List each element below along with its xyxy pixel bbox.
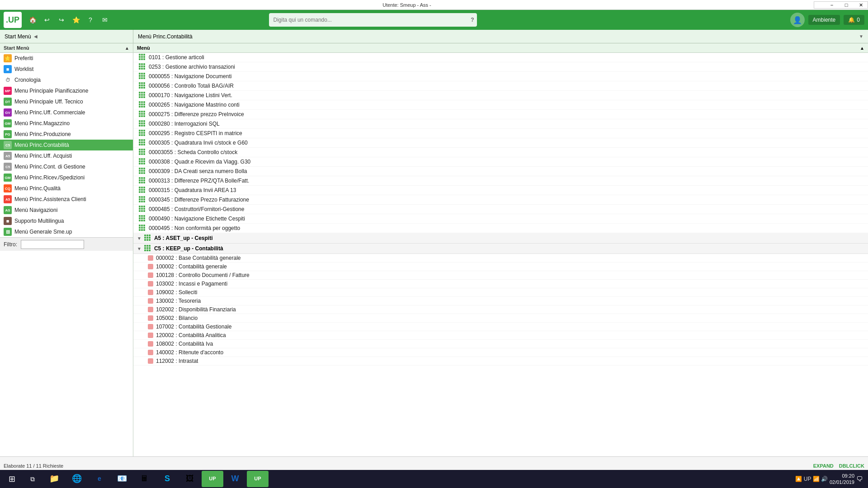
left-menu-item-15[interactable]: ■Supporto Multilingua [0,216,133,226]
right-menu-item-0[interactable]: 0101 : Gestione articoli [133,53,868,62]
taskbar-edge[interactable]: 🌐 [66,471,88,487]
right-sub-item-32[interactable]: 140002 : Ritenute d'acconto [133,348,868,357]
sub-item-dot-30 [148,333,153,338]
left-item-label-11: Menù Princ.Ricev./Spedizioni [14,174,85,181]
undo-icon[interactable]: ↩ [41,14,53,26]
right-sub-item-28[interactable]: 105002 : Bilancio [133,314,868,323]
right-section-header-20[interactable]: ▼C5 : KEEP_up - Contabilità [133,244,868,254]
right-menu-item-17[interactable]: 0000490 : Navigazione Etichette Cespiti [133,214,868,224]
left-menu-item-8[interactable]: C5Menù Princ.Contabilità [0,140,133,150]
close-button[interactable]: ✕ [854,0,868,10]
right-sub-item-27[interactable]: 102002 : Disponibilità Finanziaria [133,305,868,314]
left-sort-arrow[interactable]: ▲ [125,46,129,51]
left-menu-item-14[interactable]: ASMenù Navigazioni [0,205,133,216]
right-item-label-7: 0000280 : Interrogazioni SQL [149,121,220,127]
logo[interactable]: .UP [4,12,22,28]
notification-center-icon[interactable]: 🗨 [856,475,863,483]
ambiente-button[interactable]: Ambiente [808,15,840,25]
search-help-icon[interactable]: ? [471,17,474,23]
left-menu-item-1[interactable]: ■Worklist [0,64,133,75]
sub-item-dot-25 [148,290,153,295]
left-item-label-4: Menù Principale Uff. Tecnico [14,99,83,105]
right-sub-item-25[interactable]: 109002 : Solleciti [133,288,868,297]
right-sub-item-33[interactable]: 112002 : Intrastat [133,357,868,366]
right-menu-item-2[interactable]: 0000055 : Navigazione Documenti [133,72,868,81]
left-menu-item-3[interactable]: MPMenu Principale Pianificazione [0,85,133,96]
left-menu-item-4[interactable]: DTMenù Principale Uff. Tecnico [0,96,133,107]
grid-icon-7 [139,120,146,127]
right-menu-item-13[interactable]: 0000313 : Differenze PRZ/QTA Bolle/Fatt. [133,176,868,186]
right-menu-item-15[interactable]: 0000345 : Differenze Prezzo Fatturazione [133,195,868,205]
right-item-label-6: 0000275 : Differenze prezzo PreInvoice [149,111,244,117]
taskbar-file-explorer[interactable]: 📁 [43,471,65,487]
search-input[interactable] [269,13,477,27]
left-menu-item-6[interactable]: GMMenù Princ.Magazzino [0,118,133,129]
right-menu-item-16[interactable]: 0000485 : Costruttori/Fornitori-Gestione [133,205,868,214]
right-item-label-12: 0000309 : DA Creati senza numero Bolla [149,168,247,174]
left-menu-item-0[interactable]: ⭐Preferiti [0,53,133,64]
right-menu-item-4[interactable]: 0000170 : Navigazione Listini Vert. [133,91,868,100]
maximize-button[interactable]: □ [839,0,854,10]
right-section-header-19[interactable]: ▼A5 : ASET_up - Cespiti [133,233,868,244]
right-menu-item-1[interactable]: 0253 : Gestione archivio transazioni [133,62,868,72]
left-menu-item-10[interactable]: C5Menù Princ.Cont. di Gestione [0,161,133,172]
redo-icon[interactable]: ↪ [55,14,68,26]
left-menu-item-11[interactable]: GMMenù Princ.Ricev./Spedizioni [0,172,133,183]
right-menu-item-3[interactable]: 0000056 : Controllo Totali BAG/AIR [133,81,868,91]
right-item-label-16: 0000485 : Costruttori/Fornitori-Gestione [149,206,244,212]
left-menu-item-9[interactable]: A5Menù Princ.Uff. Acquisti [0,150,133,161]
right-menu-item-11[interactable]: 0000308 : Quadr.e Ricevim da Viagg. G30 [133,157,868,167]
taskbar-smeup2[interactable]: UP [247,471,269,487]
right-sub-item-23[interactable]: 100128 : Controllo Documenti / Fatture [133,271,868,280]
right-item-label-3: 0000056 : Controllo Totali BAG/AIR [149,83,234,89]
right-menu-item-18[interactable]: 0000495 : Non conformità per oggetto [133,224,868,233]
taskbar-smeup1[interactable]: UP [202,471,223,487]
right-sub-item-31[interactable]: 108002 : Contabilità Iva [133,340,868,348]
sub-item-label-22: 100002 : Contabilità generale [156,263,227,270]
right-menu-item-14[interactable]: 0000315 : Quadratura Invii AREA 13 [133,186,868,195]
right-menu-item-5[interactable]: 0000265 : Navigazione Mastrino conti [133,100,868,110]
dblclick-link[interactable]: DBLCLICK [839,463,864,469]
left-menu-item-16[interactable]: ⊞Menù Generale Sme.up [0,226,133,237]
help-icon[interactable]: ? [84,14,97,26]
right-sub-item-24[interactable]: 103002 : Incassi e Pagamenti [133,280,868,288]
left-menu-item-12[interactable]: CQMenù Princ.Qualità [0,183,133,194]
left-menu-item-5[interactable]: GVMenù Princ.Uff. Commerciale [0,107,133,118]
left-item-icon-0: ⭐ [4,54,12,62]
left-menu-item-2[interactable]: ⏱Cronologia [0,75,133,85]
mail-icon[interactable]: ✉ [99,14,111,26]
grid-icon-17 [139,215,146,222]
favorites-icon[interactable]: ⭐ [70,14,82,26]
taskbar-word[interactable]: W [224,471,246,487]
sub-item-dot-33 [148,358,153,364]
right-sub-item-26[interactable]: 130002 : Tesoreria [133,297,868,305]
left-menu-item-13[interactable]: A5Menù Princ.Assistenza Clienti [0,194,133,205]
right-menu-item-9[interactable]: 0000305 : Quadratura Invii c/stock e G60 [133,138,868,148]
left-collapse-arrow[interactable]: ◀ [34,34,38,39]
right-sub-item-22[interactable]: 100002 : Contabilità generale [133,263,868,271]
right-sub-item-30[interactable]: 120002 : Contabilità Analitica [133,331,868,340]
taskbar-ie[interactable]: e [89,471,110,487]
taskbar-calculator[interactable]: 🖩 [134,471,156,487]
right-menu-item-12[interactable]: 0000309 : DA Creati senza numero Bolla [133,167,868,176]
right-menu-item-7[interactable]: 0000280 : Interrogazioni SQL [133,119,868,129]
right-menu-item-10[interactable]: 00003055 : Scheda Controllo c/stock [133,148,868,157]
right-menu-item-8[interactable]: 0000295 : Registro CESPITI in matrice [133,129,868,138]
task-view-button[interactable]: ⧉ [23,471,42,487]
right-sub-item-29[interactable]: 107002 : Contabilità Gestionale [133,323,868,331]
home-icon[interactable]: 🏠 [26,14,39,26]
filter-input[interactable] [21,240,84,249]
notification-button[interactable]: 🔔 0 [844,15,864,25]
right-sub-item-21[interactable]: 000002 : Base Contabilità generale [133,254,868,263]
taskbar-skype[interactable]: S [156,471,178,487]
left-menu-item-7[interactable]: PGMenù Princ.Produzione [0,129,133,140]
taskbar-photos[interactable]: 🖼 [179,471,201,487]
grid-icon-12 [139,168,146,175]
right-collapse-arrow[interactable]: ▼ [859,34,863,39]
right-menu-item-6[interactable]: 0000275 : Differenze prezzo PreInvoice [133,110,868,119]
right-col-arrow[interactable]: ▲ [860,46,864,51]
expand-link[interactable]: EXPAND [813,463,834,469]
taskbar-outlook[interactable]: 📧 [111,471,133,487]
windows-start-button[interactable]: ⊞ [2,471,22,487]
minimize-button[interactable]: − [825,0,839,10]
